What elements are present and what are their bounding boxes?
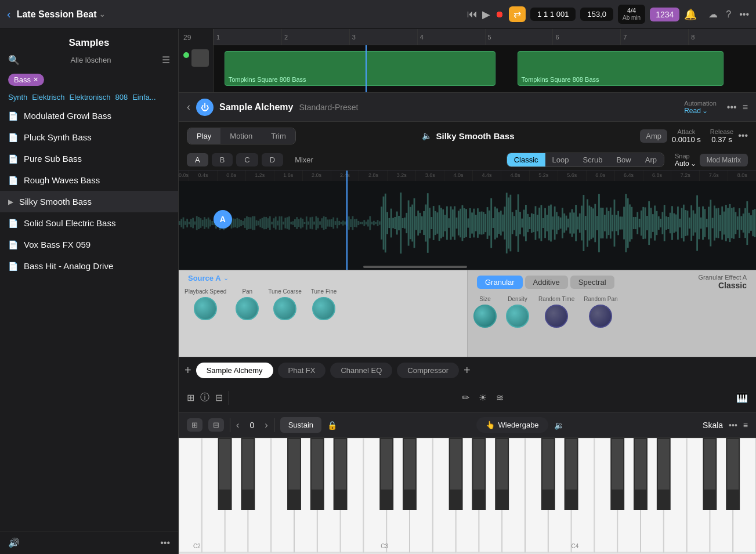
- time-signature[interactable]: 4/4 Ab min: [618, 5, 645, 24]
- tune-coarse-knob-group: Tune Coarse: [268, 288, 301, 320]
- plugin-more-button[interactable]: •••: [727, 102, 737, 113]
- piano-icon[interactable]: 🎹: [736, 392, 748, 403]
- track-clip-1[interactable]: Tompkins Square 808 Bass: [225, 51, 496, 86]
- bc2-lines-button[interactable]: ≡: [743, 421, 748, 430]
- playback-tab-classic[interactable]: Classic: [507, 153, 545, 166]
- source-chevron-icon[interactable]: ⌄: [223, 274, 229, 282]
- list-item[interactable]: 📄 Pluck Synth Bass: [0, 126, 178, 148]
- zone-tab-d[interactable]: D: [262, 153, 283, 166]
- info-icon[interactable]: ⓘ: [200, 392, 209, 404]
- list-item[interactable]: 📄 Solid Soul Electric Bass: [0, 212, 178, 234]
- eq-icon[interactable]: ≋: [496, 392, 504, 403]
- tab-trim[interactable]: Trim: [262, 128, 295, 144]
- density-knob[interactable]: [506, 305, 529, 328]
- layout-icon[interactable]: ⊟: [215, 392, 223, 403]
- sustain-button[interactable]: Sustain: [280, 417, 321, 433]
- back-button[interactable]: ‹: [7, 8, 11, 21]
- playback-tab-arp[interactable]: Arp: [638, 153, 664, 166]
- chip-einfa[interactable]: Einfa...: [132, 93, 155, 102]
- piano-rows-button[interactable]: ⊞: [187, 418, 202, 432]
- chip-elektronisch[interactable]: Elektronisch: [70, 93, 111, 102]
- size-knob[interactable]: [473, 305, 497, 328]
- tempo-display[interactable]: 153,0: [580, 8, 613, 21]
- random-time-knob[interactable]: [545, 305, 568, 328]
- mod-matrix-button[interactable]: Mod Matrix: [700, 154, 748, 166]
- playback-tab-bow[interactable]: Bow: [609, 153, 638, 166]
- topbar-more-button[interactable]: •••: [739, 9, 749, 20]
- granular-effect-info: Granular Effect A Classic: [698, 274, 747, 290]
- wiedergabe-button[interactable]: 👆 Wiedergabe: [476, 417, 548, 433]
- play-button[interactable]: ▶: [482, 8, 490, 21]
- tune-coarse-knob[interactable]: [273, 297, 296, 320]
- keyboard-canvas[interactable]: [179, 438, 756, 554]
- granular-effect-name: Classic: [698, 281, 747, 290]
- page-prev-button[interactable]: ‹: [236, 420, 239, 430]
- chip-synth[interactable]: Synth: [8, 93, 27, 102]
- keyboard-layout-icon[interactable]: ⊞: [187, 392, 194, 403]
- edit-icon[interactable]: ✏: [462, 392, 469, 403]
- add-plugin-left-button[interactable]: +: [185, 364, 191, 377]
- zone-tabs: A B C D Mixer Classic Loop Scrub Bow Arp…: [179, 150, 756, 171]
- cloud-icon[interactable]: ☁: [708, 9, 718, 20]
- ruler-mark-2: 2: [281, 29, 349, 45]
- list-item[interactable]: 📄 Vox Bass FX 059: [0, 234, 178, 255]
- sun-icon[interactable]: ☀: [479, 392, 487, 403]
- tab-play[interactable]: Play: [187, 128, 220, 144]
- amp-button[interactable]: Amp: [640, 129, 667, 143]
- search-icon[interactable]: 🔍: [8, 55, 20, 66]
- track-clip-2[interactable]: Tompkins Square 808 Bass: [518, 51, 724, 86]
- help-icon[interactable]: ?: [726, 9, 731, 20]
- plugin-tab-phat-fx[interactable]: Phat FX: [278, 363, 326, 378]
- mixer-tab[interactable]: Mixer: [287, 153, 321, 166]
- granular-header: Granular Additive Spectral Granular Effe…: [468, 270, 756, 294]
- filter-tag-remove[interactable]: ✕: [33, 76, 38, 84]
- marker-a[interactable]: A: [214, 210, 232, 229]
- metronome-button[interactable]: 🔔: [684, 8, 697, 21]
- plugin-tab-compressor[interactable]: Compressor: [397, 363, 459, 378]
- list-item-active[interactable]: ▶ Silky Smooth Bass: [0, 191, 178, 212]
- playback-tab-loop[interactable]: Loop: [545, 153, 576, 166]
- list-item[interactable]: 📄 Modulated Growl Bass: [0, 105, 178, 126]
- plugin-tab-sample-alchemy[interactable]: Sample Alchemy: [196, 363, 273, 378]
- plugin-tab-channel-eq[interactable]: Channel EQ: [330, 363, 392, 378]
- filter-tag[interactable]: Bass ✕: [8, 74, 44, 86]
- granular-tab-spectral[interactable]: Spectral: [570, 276, 614, 289]
- midi-button[interactable]: 1234: [650, 8, 679, 21]
- tab-motion[interactable]: Motion: [220, 128, 262, 144]
- list-item[interactable]: 📄 Rough Waves Bass: [0, 169, 178, 191]
- granular-tab-additive[interactable]: Additive: [525, 276, 568, 289]
- plugin-nav-back[interactable]: ‹: [187, 101, 190, 113]
- playback-speed-knob[interactable]: [194, 297, 217, 320]
- random-pan-knob[interactable]: [589, 305, 612, 328]
- zone-tab-b[interactable]: B: [212, 153, 233, 166]
- zone-tab-c[interactable]: C: [236, 153, 258, 166]
- chip-808[interactable]: 808: [115, 93, 128, 102]
- waveform-scrollbar[interactable]: [363, 266, 467, 268]
- chip-elektrisch[interactable]: Elektrisch: [32, 93, 64, 102]
- automation-mode[interactable]: Read ⌄: [684, 107, 717, 115]
- tune-fine-knob[interactable]: [312, 297, 335, 320]
- add-plugin-right-button[interactable]: +: [464, 364, 471, 377]
- page-next-button[interactable]: ›: [265, 420, 267, 430]
- loop-button[interactable]: ⇄: [509, 6, 526, 22]
- random-pan-label: Random Pan: [584, 296, 617, 302]
- plugin-power-button[interactable]: ⏻: [196, 99, 214, 116]
- snap-control: Snap Auto⌄: [675, 153, 696, 168]
- list-item[interactable]: 📄 Bass Hit - Analog Drive: [0, 255, 178, 277]
- playback-tab-scrub[interactable]: Scrub: [576, 153, 609, 166]
- filter-icon[interactable]: ☰: [162, 55, 170, 66]
- title-chevron-icon[interactable]: ⌄: [99, 10, 105, 19]
- record-button[interactable]: ⏺: [495, 9, 504, 20]
- granular-tab-granular[interactable]: Granular: [477, 276, 523, 289]
- waveform-display[interactable]: 0.0s 0.4s 0.8s 1.2s 1.6s 2.0s 2.4s 2.8s …: [179, 171, 756, 270]
- clear-button[interactable]: Alle löschen: [24, 56, 157, 64]
- zone-tab-a[interactable]: A: [187, 153, 208, 166]
- pan-knob[interactable]: [236, 297, 259, 320]
- bc2-more-button[interactable]: •••: [729, 421, 737, 430]
- sidebar-more-button[interactable]: •••: [160, 538, 170, 548]
- rewind-button[interactable]: ⏮: [467, 8, 478, 20]
- split-button[interactable]: ⊟: [208, 418, 224, 432]
- plugin-lines-button[interactable]: ≡: [743, 102, 748, 113]
- waveform-more-button[interactable]: •••: [738, 131, 748, 141]
- list-item[interactable]: 📄 Pure Sub Bass: [0, 148, 178, 169]
